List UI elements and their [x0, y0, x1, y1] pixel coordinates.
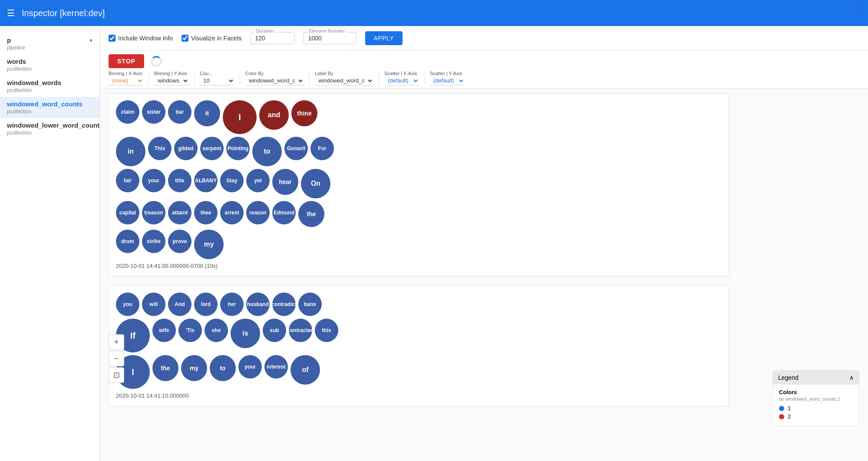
bubble[interactable]: sister	[142, 100, 165, 124]
count-label: Cou...	[200, 71, 234, 76]
bubble[interactable]: this	[315, 319, 338, 342]
bubble[interactable]: in	[116, 137, 145, 166]
bubble[interactable]: drum	[116, 230, 139, 253]
bubble[interactable]: contradict	[272, 293, 296, 316]
bubble[interactable]: of	[290, 355, 320, 385]
bubble[interactable]: to	[252, 137, 282, 166]
bubble[interactable]: my	[194, 230, 224, 259]
bubble[interactable]: the	[298, 201, 324, 227]
bubble[interactable]: prove	[168, 230, 191, 253]
bubble[interactable]: my	[181, 355, 207, 381]
sidebar-item-windowed-words[interactable]: windowed_words pcollection	[0, 76, 99, 97]
menu-icon[interactable]: ☰	[7, 8, 15, 18]
bubble[interactable]: and	[259, 100, 289, 130]
bubble[interactable]: Goneril	[284, 137, 308, 160]
bubble[interactable]: treason	[142, 201, 165, 224]
binning-x-label: Binning | X-Axis	[109, 71, 143, 76]
bubble[interactable]: claim	[116, 100, 139, 124]
bubble[interactable]: interest	[264, 355, 288, 379]
bubble[interactable]: capital	[116, 201, 139, 224]
bubble[interactable]: And	[168, 293, 191, 316]
bubble[interactable]: is	[231, 319, 260, 348]
bubble[interactable]: bans	[298, 293, 322, 316]
include-window-info-checkbox[interactable]	[109, 35, 116, 42]
top-bar: ☰ Inspector [kernel:dev]	[0, 0, 868, 26]
legend-item-1: 1	[779, 405, 853, 412]
duration-input[interactable]	[255, 35, 290, 42]
scatter-x-select[interactable]: (default)	[384, 76, 419, 86]
binning-y-select[interactable]: windows	[154, 76, 189, 86]
viz-controls: Binning | X-Axis (none) Binning | Y-Axis…	[100, 68, 868, 89]
legend-dot-blue	[779, 406, 784, 411]
bubble[interactable]: it	[194, 100, 220, 126]
bubble[interactable]: reason	[246, 201, 270, 224]
bubble[interactable]: lord	[194, 293, 218, 316]
bubble[interactable]: gilded	[174, 137, 198, 160]
bubble[interactable]: arrest	[220, 201, 244, 224]
bubble[interactable]: title	[168, 169, 191, 192]
bubble[interactable]: contracted	[289, 319, 312, 342]
include-window-info-group: Include Window Info	[109, 35, 173, 42]
bubble[interactable]: On	[301, 169, 330, 198]
legend-item-2: 2	[779, 413, 853, 420]
scatter-x-select-group: Scatter | X-Axis (default)	[384, 71, 419, 86]
bubble[interactable]: serpent	[200, 137, 224, 160]
sidebar-item-windowed-lower[interactable]: windowed_lower_word_counts pcollection	[0, 118, 99, 139]
sidebar-item-p[interactable]: p ▾ pipeline	[0, 33, 99, 54]
legend-label-2: 2	[788, 413, 791, 420]
element-number-input[interactable]	[308, 35, 352, 42]
bubble[interactable]: sub	[263, 319, 286, 342]
binning-x-select[interactable]: (none)	[109, 76, 143, 86]
label-by-select[interactable]: windowed_word_c	[315, 76, 373, 86]
bubble[interactable]: strike	[142, 230, 165, 253]
zoom-out-button[interactable]: −	[109, 351, 124, 366]
scatter-y-select[interactable]: (default)	[430, 76, 465, 86]
bubble[interactable]: 'Tis	[178, 319, 202, 342]
chart-2: youwillAndlordherhusbandcontradictbansIf…	[109, 285, 729, 406]
bubble[interactable]: ALBANY	[194, 169, 218, 192]
bubble[interactable]: hear	[272, 169, 298, 195]
bubble[interactable]: your	[238, 355, 262, 379]
color-by-select[interactable]: windowed_word_c	[245, 76, 304, 86]
sidebar-item-words[interactable]: words pcollection	[0, 54, 99, 76]
bubble[interactable]: wife	[152, 319, 176, 342]
loading-spinner	[151, 56, 162, 66]
bubble[interactable]: the	[152, 355, 178, 381]
bubble[interactable]: Stay	[220, 169, 244, 192]
sidebar-ww-name: windowed_words	[7, 79, 92, 86]
bubble[interactable]: yet	[246, 169, 270, 192]
apply-button[interactable]: APPLY	[365, 31, 403, 45]
bubble[interactable]: husband	[246, 293, 270, 316]
bubble[interactable]: thee	[194, 201, 218, 224]
scatter-y-select-group: Scatter | Y-Axis (default)	[430, 71, 465, 86]
legend-collapse-icon[interactable]: ∧	[849, 374, 854, 381]
bubble[interactable]: Edmund	[272, 201, 296, 224]
bubble[interactable]: her	[220, 293, 244, 316]
stop-button[interactable]: STOP	[109, 54, 144, 68]
visualize-in-facets-checkbox[interactable]	[182, 35, 188, 42]
bubble[interactable]: you	[116, 293, 139, 316]
bubble[interactable]: thine	[291, 100, 317, 126]
bubble[interactable]: bar	[168, 100, 191, 124]
sidebar-item-windowed-word-counts[interactable]: windowed_word_counts pcollection	[0, 97, 99, 118]
bubble[interactable]: to	[210, 355, 236, 381]
bubble[interactable]: I	[223, 100, 257, 134]
bubble[interactable]: will	[142, 293, 165, 316]
zoom-fit-button[interactable]: ⊡	[109, 367, 124, 383]
zoom-controls: + − ⊡	[109, 334, 124, 383]
bubble[interactable]: attaint	[168, 201, 191, 224]
zoom-in-button[interactable]: +	[109, 334, 124, 350]
bubble[interactable]: Pointing	[226, 137, 250, 160]
legend-title: Legend	[778, 374, 799, 381]
bubble[interactable]: she	[205, 319, 228, 342]
chart-2-timestamp: 2020-10-01 14:41:10.000000	[116, 392, 722, 399]
bubble-grid-1: claimsisterbaritIandthineinThisgildedser…	[116, 100, 342, 259]
element-number-label: Element Number	[307, 28, 347, 33]
legend-body: Colors by windowed_word_counts.1 1 2	[773, 385, 859, 426]
count-select[interactable]: 10	[200, 76, 234, 86]
bubble[interactable]: fair	[116, 169, 139, 192]
bubble[interactable]: your	[142, 169, 165, 192]
bubble[interactable]: For	[310, 137, 334, 160]
bubble[interactable]: This	[148, 137, 172, 160]
sidebar-ww-type: pcollection	[7, 87, 92, 93]
